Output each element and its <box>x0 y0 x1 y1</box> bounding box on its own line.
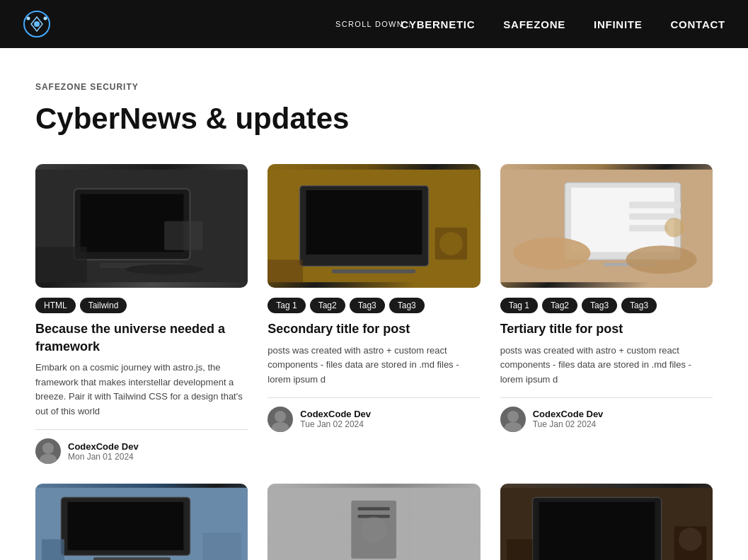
author-name: CodexCode Dev <box>300 409 371 419</box>
nav-link-contact[interactable]: CONTACT <box>671 18 725 30</box>
svg-rect-16 <box>306 190 422 255</box>
author-date: Tue Jan 02 2024 <box>533 419 604 429</box>
tag[interactable]: Tag3 <box>621 298 657 313</box>
post-divider <box>500 397 713 398</box>
post-title: Because the universe needed a framework <box>35 320 248 355</box>
svg-rect-40 <box>42 539 64 560</box>
tag[interactable]: Tag 1 <box>267 298 305 313</box>
post-tags: Tag 1 Tag2 Tag3 Tag3 <box>267 298 480 313</box>
svg-point-19 <box>439 232 463 255</box>
post-title: Tertiary title for post <box>500 320 713 337</box>
nav-link-infinite[interactable]: INFINITE <box>594 18 643 30</box>
svg-rect-17 <box>332 269 415 273</box>
posts-grid: HTML Tailwind Because the universe neede… <box>35 164 713 560</box>
post-image <box>500 164 713 288</box>
svg-point-22 <box>272 422 289 432</box>
scroll-down-hint: SCROLL DOWN ↓ <box>335 20 413 28</box>
post-excerpt: posts was created with astro + custom re… <box>500 344 713 387</box>
section-title: CyberNews & updates <box>35 102 713 136</box>
svg-point-21 <box>275 411 286 422</box>
tag[interactable]: Tag3 <box>389 298 425 313</box>
svg-rect-29 <box>629 202 681 209</box>
svg-point-2 <box>27 17 30 21</box>
navbar: SCROLL DOWN ↓ CYBERNETIC SAFEZONE INFINI… <box>0 0 748 48</box>
svg-point-3 <box>44 17 47 21</box>
post-image <box>35 484 248 560</box>
logo[interactable] <box>23 10 51 38</box>
svg-point-27 <box>513 238 590 270</box>
tag[interactable]: Tailwind <box>80 298 127 313</box>
tag[interactable]: Tag3 <box>350 298 385 313</box>
post-image <box>500 484 713 560</box>
nav-links: CYBERNETIC SAFEZONE INFINITE CONTACT <box>401 18 725 30</box>
post-author: CodexCode Dev Mon Jan 01 2024 <box>35 438 248 464</box>
main-content: SAFEZONE SECURITY CyberNews & updates HT… <box>0 48 748 560</box>
post-author: CodexCode Dev Tue Jan 02 2024 <box>500 407 713 432</box>
svg-rect-31 <box>629 225 668 231</box>
svg-point-57 <box>679 527 702 551</box>
svg-rect-44 <box>358 507 391 511</box>
post-image <box>267 164 480 288</box>
svg-rect-8 <box>35 247 87 282</box>
post-image <box>35 164 248 288</box>
post-tags: Tag 1 Tag2 Tag3 Tag3 <box>500 298 713 313</box>
post-image <box>267 484 480 560</box>
post-excerpt: Embark on a cosmic journey with astro.js… <box>35 361 248 419</box>
author-date: Tue Jan 02 2024 <box>300 419 371 429</box>
post-card <box>500 484 713 560</box>
post-card <box>35 484 248 560</box>
arrow-down-icon: ↓ <box>408 20 413 28</box>
nav-link-safezone[interactable]: SAFEZONE <box>503 18 565 30</box>
svg-point-12 <box>40 454 57 464</box>
logo-icon <box>23 10 51 38</box>
tag[interactable]: Tag 1 <box>500 298 538 313</box>
author-name: CodexCode Dev <box>68 441 139 452</box>
svg-point-34 <box>505 422 522 432</box>
svg-point-9 <box>125 264 202 275</box>
tag[interactable]: Tag3 <box>582 298 617 313</box>
tag[interactable]: Tag2 <box>542 298 577 313</box>
svg-rect-37 <box>68 502 184 550</box>
tag[interactable]: HTML <box>35 298 76 313</box>
svg-point-11 <box>42 443 54 454</box>
section-label: SAFEZONE SECURITY <box>35 82 713 92</box>
svg-point-46 <box>361 517 386 542</box>
post-tags: HTML Tailwind <box>35 298 248 313</box>
post-divider <box>267 397 480 398</box>
post-card: HTML Tailwind Because the universe neede… <box>35 164 248 464</box>
post-title: Secondary title for post <box>267 320 480 337</box>
svg-rect-38 <box>93 557 171 560</box>
svg-rect-20 <box>267 260 303 283</box>
author-date: Mon Jan 01 2024 <box>68 452 139 462</box>
author-avatar <box>267 407 293 432</box>
author-avatar <box>500 407 526 432</box>
svg-rect-54 <box>539 502 655 560</box>
svg-rect-10 <box>164 221 203 250</box>
svg-point-33 <box>507 411 519 422</box>
tag[interactable]: Tag2 <box>310 298 345 313</box>
post-divider <box>35 429 248 430</box>
svg-point-28 <box>626 246 696 274</box>
post-excerpt: posts was created with astro + custom re… <box>267 344 480 387</box>
svg-point-1 <box>34 21 40 27</box>
svg-point-32 <box>664 218 684 237</box>
author-avatar <box>35 438 61 464</box>
svg-rect-39 <box>203 533 242 560</box>
post-card <box>267 484 480 560</box>
post-card: Tag 1 Tag2 Tag3 Tag3 Secondary title for… <box>267 164 480 464</box>
svg-rect-58 <box>507 539 532 560</box>
post-author: CodexCode Dev Tue Jan 02 2024 <box>267 407 480 432</box>
author-name: CodexCode Dev <box>533 409 604 419</box>
post-card: Tag 1 Tag2 Tag3 Tag3 Tertiary title for … <box>500 164 713 464</box>
